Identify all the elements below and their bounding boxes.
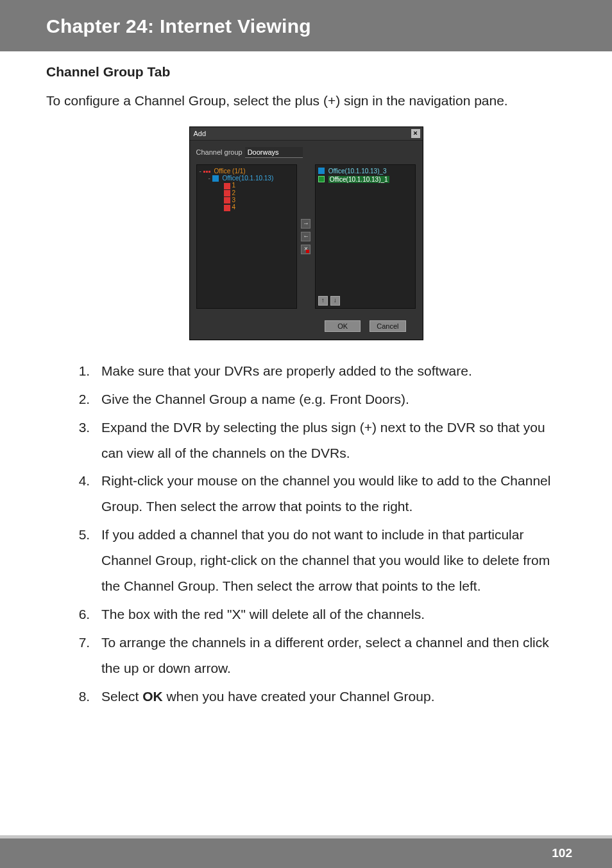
step-item: Make sure that your DVRs are properly ad… xyxy=(94,358,566,384)
camera-icon xyxy=(224,190,230,196)
arrow-right-icon: → xyxy=(303,220,309,227)
ok-button[interactable]: OK xyxy=(325,320,361,332)
screenshot: Add × Channel group Doorways - xyxy=(46,126,566,340)
camera-icon xyxy=(224,205,230,211)
tree-cam: 4 xyxy=(224,204,294,211)
selected-list[interactable]: Office(10.1.10.13)_3 Office(10.1.10.13)_… xyxy=(315,164,416,309)
list-item: Office(10.1.10.13)_3 xyxy=(318,168,413,175)
source-tree[interactable]: - Office (1/1) - Office(10.1.10.13) 1 2 xyxy=(196,164,298,309)
camera-icon xyxy=(318,176,325,182)
chapter-header: Chapter 24: Internet Viewing xyxy=(0,0,612,51)
cancel-button[interactable]: Cancel xyxy=(370,320,405,332)
step-item: The box with the red "X" will delete all… xyxy=(94,602,566,627)
page-footer: 102 xyxy=(0,838,612,868)
step-item: Right-click your mouse on the channel yo… xyxy=(94,468,566,519)
tree-cam: 3 xyxy=(224,196,294,204)
list-item: Office(10.1.10.13)_1 xyxy=(318,176,413,183)
close-icon[interactable]: × xyxy=(411,129,420,138)
camera-icon xyxy=(318,168,325,174)
clear-all-button[interactable]: × xyxy=(301,245,310,254)
steps-list: Make sure that your DVRs are properly ad… xyxy=(46,358,566,709)
add-right-button[interactable]: → xyxy=(301,219,310,229)
move-up-button[interactable]: ↑ xyxy=(318,296,328,306)
section-title: Channel Group Tab xyxy=(46,64,566,80)
camera-icon xyxy=(224,183,230,189)
dialog-titlebar: Add × xyxy=(190,127,423,141)
remove-left-button[interactable]: ← xyxy=(301,232,310,241)
dialog-title: Add xyxy=(194,130,207,137)
channel-group-input[interactable]: Doorways xyxy=(245,147,303,158)
group-icon xyxy=(203,171,210,173)
tree-dvr: - Office(10.1.10.13) xyxy=(208,175,294,182)
channel-group-label: Channel group xyxy=(196,148,242,156)
channel-group-value: Doorways xyxy=(248,148,279,156)
dvr-icon xyxy=(212,175,219,182)
add-dialog: Add × Channel group Doorways - xyxy=(189,126,423,340)
tree-cam: 2 xyxy=(224,189,294,196)
tree-root: - Office (1/1) xyxy=(200,168,294,175)
page-number: 102 xyxy=(552,846,572,860)
step-item: Give the Channel Group a name (e.g. Fron… xyxy=(94,386,566,412)
camera-icon xyxy=(224,197,230,204)
step-item: If you added a channel that you do not w… xyxy=(94,522,566,599)
arrow-down-icon: ↓ xyxy=(334,297,337,304)
move-down-button[interactable]: ↓ xyxy=(330,296,340,306)
step-item: Select OK when you have created your Cha… xyxy=(94,684,566,709)
clear-x-icon: × xyxy=(304,246,308,252)
step-item: To arrange the channels in a different o… xyxy=(94,630,566,681)
step-item: Expand the DVR by selecting the plus sig… xyxy=(94,415,566,466)
intro-paragraph: To configure a Channel Group, select the… xyxy=(46,89,566,114)
chapter-title: Chapter 24: Internet Viewing xyxy=(46,15,612,37)
arrow-up-icon: ↑ xyxy=(321,297,325,304)
arrow-left-icon: ← xyxy=(303,233,309,239)
tree-cam: 1 xyxy=(224,182,294,189)
